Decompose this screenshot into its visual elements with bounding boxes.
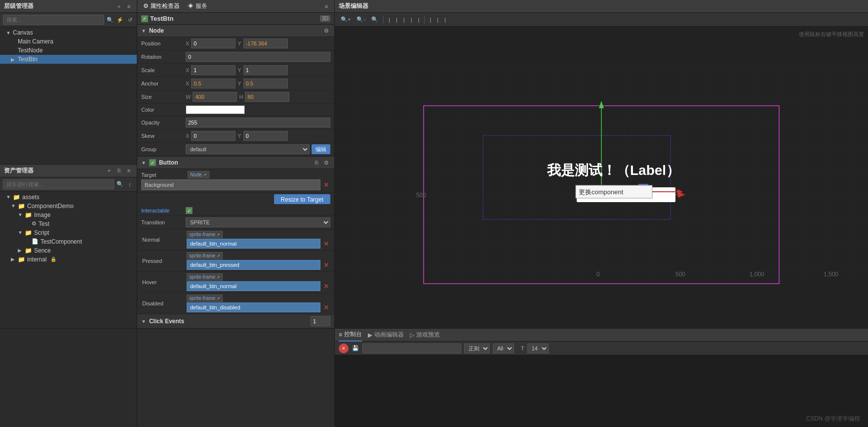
transition-select[interactable]: SPRITE [186,217,330,227]
assets-search-input[interactable] [3,179,114,189]
size-w-input[interactable] [193,92,237,102]
tree-item-testnode[interactable]: TestNode [0,46,137,55]
click-events-header[interactable]: ▼ Click Events [137,314,334,328]
position-x-input[interactable] [191,39,236,48]
hierarchy-header: 层级管理器 + ≡ [0,0,137,13]
scene-fit-btn[interactable]: 🔍 [369,15,380,24]
target-input[interactable] [141,179,320,190]
hierarchy-filter-btn[interactable]: ⚡ [116,16,124,24]
animation-icon: ▶ [368,332,372,339]
canvas-label: Canvas [13,29,33,36]
hierarchy-search-input[interactable] [3,15,104,25]
tab-animation[interactable]: ▶ 动画编辑器 [368,329,404,341]
click-event-count-input[interactable] [311,316,330,326]
svg-text:500: 500 [675,271,685,278]
skew-y-input[interactable] [243,131,288,141]
inspector-content: ▼ Node ⚙ Position X Y [137,25,334,328]
hierarchy-refresh-btn[interactable]: ↺ [126,16,134,24]
resize-btn-container: Resize to Target [137,193,334,206]
scene-tool-3[interactable]: | [401,16,407,24]
hover-row: Hover sprite-frame ↗ ✕ [137,272,334,293]
button-copy-icon[interactable]: ⎘ [313,159,320,167]
tree-item-test[interactable]: ⚙ Test [0,219,137,228]
normal-sprite-input[interactable] [187,239,320,249]
node-section-header[interactable]: ▼ Node ⚙ [137,25,334,37]
console-save-btn[interactable]: 💾 [352,344,359,352]
scene-tool-8[interactable]: | [442,16,448,24]
scene-tool-4[interactable]: | [409,16,414,24]
target-remove-btn[interactable]: ✕ [322,181,330,188]
hierarchy-add-btn[interactable]: + [115,2,123,10]
scale-x-input[interactable] [191,65,236,75]
normal-remove-btn[interactable]: ✕ [322,240,330,247]
assets-copy-btn[interactable]: ⎘ [115,167,123,174]
tree-item-canvas[interactable]: ▼ Canvas [0,28,137,37]
scene-tool-1[interactable]: | [387,16,392,24]
scene-tool-7[interactable]: | [435,16,440,24]
scene-tool-6[interactable]: | [428,16,433,24]
console-search-input[interactable] [362,343,461,353]
hierarchy-search-btn[interactable]: 🔍 [106,16,114,24]
rotation-row: Rotation [137,50,334,64]
tab-game-preview[interactable]: ▷ 游戏预览 [410,329,440,341]
scene-tool-5[interactable]: | [416,16,422,24]
node-active-checkbox[interactable]: ✓ [141,15,148,22]
pressed-remove-btn[interactable]: ✕ [322,261,330,268]
scene-title: 场景编辑器 [339,2,368,10]
interactable-checkbox[interactable]: ✓ [186,207,193,214]
node-section-title: Node [149,27,164,34]
tree-item-script[interactable]: ▼ 📁 Script [0,228,137,237]
tree-item-image[interactable]: ▼ 📁 Image [0,211,137,219]
tree-item-internal[interactable]: ▶ 📁 internal 🔒 [0,255,137,264]
testbtn-label: TestBtn [18,56,38,63]
color-swatch[interactable] [186,105,245,114]
node-section-settings[interactable]: ⚙ [322,27,330,35]
group-edit-btn[interactable]: 编辑 [312,144,330,154]
hierarchy-menu-btn[interactable]: ≡ [125,2,133,10]
hover-sprite-input[interactable] [187,281,320,291]
anchor-y-input[interactable] [243,79,288,88]
console-clear-btn[interactable]: ✕ [339,343,349,353]
scene-content[interactable]: 使用鼠标右键平移视图高度 [335,27,868,328]
disabled-remove-btn[interactable]: ✕ [322,304,330,311]
tab-console[interactable]: ≡ 控制台 [339,328,362,342]
assets-add-btn[interactable]: + [105,167,113,174]
opacity-input[interactable] [186,118,330,128]
skew-x-input[interactable] [191,131,236,141]
anchor-x-input[interactable] [191,79,236,88]
disabled-sprite-input[interactable] [187,302,320,312]
hover-remove-btn[interactable]: ✕ [322,283,330,290]
scene-tool-2[interactable]: | [394,16,399,24]
tree-item-testcomponent[interactable]: 📄 TestComponent [0,237,137,246]
console-font-size-select[interactable]: 14 [527,343,549,353]
tree-item-sence[interactable]: ▶ 📁 Sence [0,246,137,255]
transition-label: Transition [141,219,186,225]
tree-item-assets[interactable]: ▼ 📁 assets [0,193,137,202]
svg-text:更换component: 更换component [579,188,624,196]
size-h-input[interactable] [245,92,289,102]
assets-sort-btn[interactable]: ↕ [126,180,134,188]
resize-to-target-btn[interactable]: Resize to Target [274,194,331,204]
console-regex-select[interactable]: 正则 [464,343,490,353]
pressed-sprite-input[interactable] [187,260,320,270]
tree-item-testbtn[interactable]: ▶ TestBtn [0,55,137,64]
console-level-select[interactable]: All [493,343,514,353]
skew-row: Skew X Y [137,129,334,143]
button-active-checkbox[interactable]: ✓ [149,159,156,166]
scale-y-input[interactable] [243,65,288,75]
tab-service[interactable]: ◈ 服务 [186,2,209,10]
inspector-menu-btn[interactable]: ≡ [322,2,330,10]
button-settings-icon[interactable]: ⚙ [322,159,330,167]
svg-text:1,000: 1,000 [750,271,764,278]
position-y-input[interactable] [243,39,288,48]
assets-search-btn[interactable]: 🔍 [116,180,124,188]
transition-row: Transition SPRITE [137,216,334,229]
assets-menu-btn[interactable]: ≡ [125,167,133,174]
scene-zoom-out-btn[interactable]: 🔍- [355,15,367,24]
scene-zoom-in-btn[interactable]: 🔍+ [339,15,353,24]
group-select[interactable]: default [186,144,310,154]
tree-item-main-camera[interactable]: Main Camera [0,37,137,46]
tree-item-componentdemo[interactable]: ▼ 📁 ComponentDemo [0,202,137,211]
rotation-input[interactable] [186,52,330,62]
tab-inspector[interactable]: ⚙ 属性检查器 [141,2,182,10]
